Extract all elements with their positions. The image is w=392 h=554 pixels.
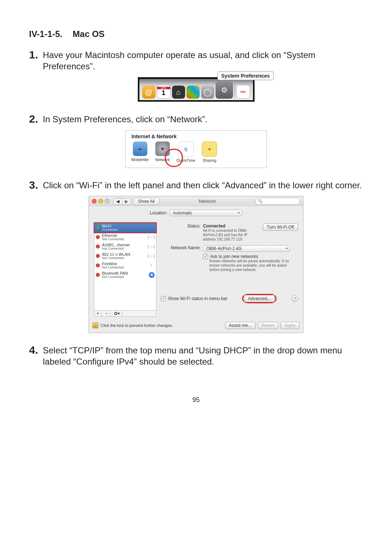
forward-icon[interactable]: ▶	[122, 198, 131, 204]
lock-text: Click the lock to prevent further change…	[101, 323, 173, 328]
dock-app-icon[interactable]: ◯	[201, 86, 214, 99]
traffic-lights	[92, 199, 110, 204]
show-menu-checkbox[interactable]	[161, 296, 166, 301]
section-heading: IV-1-1-5. Mac OS	[29, 29, 363, 39]
status-dot-icon	[96, 235, 100, 239]
dock-divider	[234, 84, 235, 99]
zoom-icon[interactable]	[105, 199, 110, 204]
ethernet-icon: ⟨⋯⟩	[148, 244, 155, 249]
sidebar-footer: + − ✿▾	[94, 311, 156, 317]
service-status: Not Connected	[102, 257, 130, 260]
status-detail: Wi-Fi is connected to OBM-AirPort-2.4G a…	[203, 229, 258, 242]
help-button[interactable]: ?	[291, 295, 298, 302]
remove-service-button[interactable]: −	[103, 311, 110, 316]
service-firewire[interactable]: FireWire Not Connected Y	[94, 261, 156, 270]
search-input[interactable]: 🔍	[255, 198, 300, 205]
pdf-icon[interactable]: PDF	[236, 85, 250, 99]
advanced-button[interactable]: Advanced...	[244, 295, 275, 302]
back-icon[interactable]: ◀	[114, 198, 122, 204]
step-3-number: 3.	[29, 180, 43, 190]
window-titlebar: ◀ ▶ Show All Network 🔍	[89, 196, 303, 206]
pref-label: Network	[155, 157, 170, 162]
step-3-text: Click on “Wi-Fi” in the left panel and t…	[43, 180, 362, 191]
mobileme-icon: ☁	[133, 141, 147, 156]
search-icon: 🔍	[258, 199, 263, 204]
nav-arrows[interactable]: ◀ ▶	[113, 198, 131, 205]
service-status: Not Connected	[102, 238, 124, 241]
details-pane: Status: Connected Wi-Fi is connected to …	[161, 222, 298, 317]
show-menu-label: Show Wi-Fi status in menu bar	[168, 296, 227, 301]
figure-1: System Preferences @ APR 1 ⌂ ◯ ⚙ PDF	[29, 77, 363, 102]
pref-sharing[interactable]: ◆ Sharing	[202, 141, 217, 163]
revert-button[interactable]: Revert	[258, 322, 278, 329]
add-service-button[interactable]: +	[94, 311, 102, 316]
pref-quicktime[interactable]: Q QuickTime	[176, 141, 195, 163]
dock: @ APR 1 ⌂ ◯ ⚙ PDF	[139, 79, 253, 100]
service-80211n[interactable]: 802.11 n WLAN Not Connected ⟨⋯⟩	[94, 251, 156, 261]
step-3: 3. Click on “Wi-Fi” in the left panel an…	[29, 180, 363, 191]
system-preferences-tooltip: System Preferences	[217, 71, 274, 80]
location-select[interactable]: Automatic	[170, 210, 242, 216]
step-4-text: Select “TCP/IP” from the top menu and “U…	[43, 345, 363, 367]
status-value: Connected	[203, 223, 258, 229]
turn-wifi-off-button[interactable]: Turn Wi-Fi Off	[263, 223, 298, 231]
apply-button[interactable]: Apply	[281, 322, 299, 329]
step-2-text: In System Preferences, click on “Network…	[43, 114, 207, 125]
panel-title: Internet & Network	[131, 134, 261, 139]
service-wifi[interactable]: Wi-Fi Connected ⌢	[94, 222, 157, 233]
section-number: IV-1-1-5.	[29, 29, 62, 39]
pref-mobileme[interactable]: ☁ MobileMe	[131, 141, 149, 163]
lock-row: 🔒 Click the lock to prevent further chan…	[89, 320, 303, 333]
status-dot-icon	[96, 273, 100, 277]
figure-2: Internet & Network ☁ MobileMe ◉ Network …	[29, 130, 363, 168]
step-1: 1. Have your Macintosh computer operate …	[29, 49, 363, 72]
gear-menu-button[interactable]: ✿▾	[112, 311, 122, 316]
pref-label: QuickTime	[176, 158, 195, 163]
ask-to-join-detail: Known networks will be joined automatica…	[209, 259, 293, 272]
window-title: Network	[159, 198, 255, 204]
close-icon[interactable]	[92, 199, 97, 204]
calendar-month: APR	[157, 87, 170, 89]
ask-to-join-checkbox[interactable]	[203, 254, 208, 259]
dock-app-icon[interactable]: ⌂	[172, 86, 185, 99]
status-dot-icon	[96, 245, 100, 249]
service-bluetooth[interactable]: Bluetooth PAN Not Connected ✱	[94, 270, 156, 280]
section-title-text: Mac OS	[73, 29, 105, 39]
minimize-icon[interactable]	[98, 199, 103, 204]
step-4: 4. Select “TCP/IP” from the top menu and…	[29, 345, 363, 367]
show-all-button[interactable]: Show All	[133, 198, 159, 205]
ethernet-icon: ⟨⋯⟩	[148, 254, 155, 259]
assist-me-button[interactable]: Assist me...	[225, 322, 256, 329]
wifi-icon: ⌢	[148, 225, 155, 230]
status-dot-icon	[96, 226, 100, 230]
highlight-oval-icon: Advanced...	[242, 294, 277, 303]
status-dot-icon	[96, 263, 100, 267]
pref-label: MobileMe	[131, 157, 149, 162]
lock-icon[interactable]: 🔒	[93, 323, 98, 328]
sharing-icon: ◆	[202, 141, 217, 157]
calendar-icon[interactable]: APR 1	[157, 85, 171, 99]
network-window: ◀ ▶ Show All Network 🔍 Location: Automat…	[89, 196, 303, 333]
network-name-select[interactable]: OBM-AirPort-2.4G	[203, 245, 290, 252]
firewire-icon: Y	[148, 263, 155, 268]
network-name-label: Network Name:	[161, 245, 203, 250]
dock-app-icon[interactable]	[187, 86, 200, 99]
pref-label: Sharing	[203, 158, 216, 163]
services-sidebar: Wi-Fi Connected ⌢ Ethernet Not	[94, 222, 156, 311]
status-label: Status:	[161, 223, 203, 229]
dock-app-icon[interactable]: @	[142, 86, 155, 99]
system-preferences-icon[interactable]: ⚙	[216, 81, 233, 99]
page: IV-1-1-5. Mac OS 1. Have your Macintosh …	[0, 0, 392, 418]
service-ethernet[interactable]: Ethernet Not Connected ⟨⋯⟩	[94, 233, 156, 242]
service-status: Not Connected	[102, 266, 124, 269]
step-2-number: 2.	[29, 114, 43, 124]
network-icon: ◉	[155, 141, 170, 156]
figure-3: ◀ ▶ Show All Network 🔍 Location: Automat…	[29, 196, 363, 333]
service-ax881[interactable]: AX881...thernet Not Connected ⟨⋯⟩	[94, 242, 156, 251]
location-label: Location:	[150, 210, 168, 216]
step-1-number: 1.	[29, 49, 43, 60]
pref-network[interactable]: ◉ Network	[155, 141, 170, 163]
step-4-number: 4.	[29, 345, 43, 356]
ask-to-join-label: Ask to join new networks	[210, 254, 258, 259]
quicktime-icon: Q	[178, 141, 193, 157]
